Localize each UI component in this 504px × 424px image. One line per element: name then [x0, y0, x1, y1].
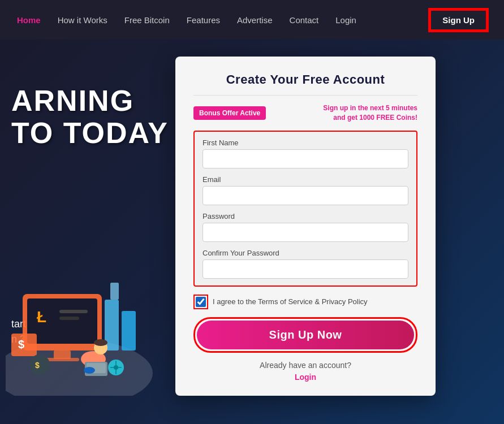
password-group: Password — [203, 212, 408, 242]
first-name-label: First Name — [203, 139, 408, 147]
fields-section: First Name Email Password Confirm Your P… — [193, 131, 417, 287]
hero-line1: ARNING — [11, 85, 169, 117]
svg-rect-7 — [45, 358, 79, 361]
already-have-account-text: Already have an account? — [193, 361, 417, 370]
email-group: Email — [203, 175, 408, 205]
nav-contact[interactable]: Contact — [290, 15, 319, 25]
nav-signup-button[interactable]: Sign Up — [430, 10, 487, 31]
email-label: Email — [203, 175, 408, 184]
svg-text:$: $ — [35, 361, 40, 370]
bonus-badge: Bonus Offer Active — [193, 106, 266, 120]
terms-text: I agree to the Terms of Service & Privac… — [213, 297, 368, 306]
background-area: ARNING TO TODAY tart earning. n 3 millio… — [0, 40, 504, 424]
svg-point-15 — [94, 339, 107, 346]
confirm-password-group: Confirm Your Password — [203, 249, 408, 279]
hero-text: ARNING TO TODAY — [11, 85, 169, 149]
svg-point-18 — [84, 367, 95, 374]
svg-point-24 — [114, 365, 118, 370]
terms-checkbox[interactable] — [196, 297, 206, 307]
svg-point-19 — [29, 354, 50, 375]
checkbox-wrapper — [193, 295, 208, 309]
form-card: Create Your Free Account Bonus Offer Act… — [175, 57, 436, 396]
checkbox-row: I agree to the Terms of Service & Privac… — [193, 295, 417, 309]
nav-features[interactable]: Features — [187, 15, 220, 25]
nav-home[interactable]: Home — [17, 15, 41, 25]
nav-advertise[interactable]: Advertise — [237, 15, 273, 25]
hero-line2: TO TODAY — [11, 117, 169, 149]
first-name-input[interactable] — [203, 149, 408, 168]
password-label: Password — [203, 212, 408, 220]
illustration: Ł $ — [6, 249, 164, 407]
first-name-group: First Name — [203, 139, 408, 168]
nav-login[interactable]: Login — [335, 15, 356, 25]
form-divider — [193, 95, 417, 96]
login-link[interactable]: Login — [295, 373, 316, 382]
svg-rect-12 — [110, 283, 119, 300]
form-title: Create Your Free Account — [193, 72, 417, 87]
svg-rect-11 — [122, 311, 136, 351]
email-input[interactable] — [203, 186, 408, 205]
confirm-password-label: Confirm Your Password — [203, 249, 408, 257]
password-input[interactable] — [203, 223, 408, 242]
signup-button-wrapper: Sign Up Now — [193, 317, 417, 353]
svg-text:Ł: Ł — [37, 308, 46, 326]
nav-how-it-works[interactable]: How it Works — [58, 15, 107, 25]
svg-rect-5 — [59, 317, 79, 320]
confirm-password-input[interactable] — [203, 259, 408, 279]
navbar: Home How it Works Free Bitcoin Features … — [0, 0, 504, 40]
nav-free-bitcoin[interactable]: Free Bitcoin — [124, 15, 170, 25]
svg-rect-4 — [59, 310, 88, 313]
bonus-text: Sign up in the next 5 minutes and get 10… — [323, 103, 417, 123]
login-row: Already have an account? Login — [193, 361, 417, 382]
signup-button[interactable]: Sign Up Now — [197, 321, 414, 349]
bonus-row: Bonus Offer Active Sign up in the next 5… — [193, 103, 417, 123]
svg-rect-6 — [54, 351, 71, 359]
svg-text:$: $ — [18, 338, 24, 351]
